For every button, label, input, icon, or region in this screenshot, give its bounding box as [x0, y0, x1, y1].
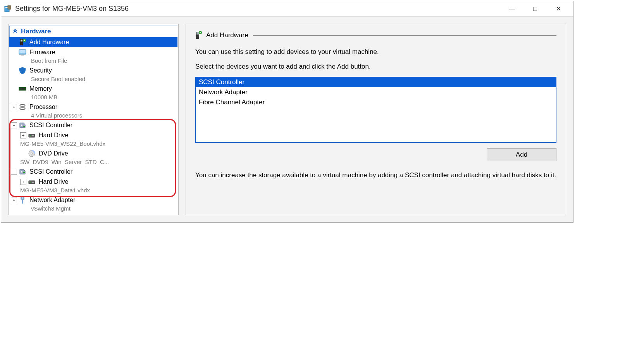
svg-rect-12	[22, 88, 23, 90]
expander-placeholder	[20, 150, 26, 157]
device-option-fibre-channel-adapter[interactable]: Fibre Channel Adapter	[196, 97, 556, 107]
expander-placeholder	[11, 39, 17, 45]
svg-rect-31	[22, 197, 23, 199]
svg-rect-32	[22, 199, 23, 204]
svg-rect-2	[8, 5, 11, 9]
tree-item-label: Memory	[29, 85, 52, 92]
tree-item-label: SCSI Controller	[29, 168, 72, 175]
tree-item-subtext: Boot from File	[9, 57, 177, 66]
expand-icon[interactable]: +	[20, 179, 26, 185]
svg-point-20	[30, 135, 31, 136]
expand-icon[interactable]: +	[11, 197, 17, 203]
svg-rect-28	[32, 182, 34, 183]
collapse-icon[interactable]: −	[11, 122, 17, 128]
note-text: You can increase the storage available t…	[195, 171, 556, 180]
device-option-scsi-controller[interactable]: SCSI Controller	[196, 77, 556, 87]
tree-item-memory[interactable]: Memory	[9, 84, 177, 94]
tree-item-dvd-drive[interactable]: DVD Drive	[9, 149, 177, 159]
tree-item-label: Firmware	[29, 49, 55, 56]
svg-point-23	[31, 153, 33, 154]
svg-point-24	[21, 171, 22, 173]
tree-item-label: Network Adapter	[29, 197, 75, 204]
tree-item-label: SCSI Controller	[29, 122, 72, 129]
tree-item-add-hardware[interactable]: Add Hardware	[9, 37, 177, 47]
svg-rect-10	[20, 88, 21, 90]
header-rule	[253, 35, 556, 36]
tree-item-label: Processor	[29, 104, 57, 111]
collapse-icon[interactable]: −	[11, 169, 17, 175]
maximize-button[interactable]: □	[523, 2, 547, 16]
tree-item-subtext: 4 Virtual processors	[9, 112, 177, 120]
panel-header: Add Hardware	[195, 31, 556, 40]
content-area: Hardware Add HardwareFirmwareBoot from F…	[1, 17, 573, 222]
svg-rect-18	[23, 126, 25, 127]
tree-item-subtext: SW_DVD9_Win_Server_STD_C...	[9, 159, 177, 167]
svg-point-17	[21, 124, 22, 126]
monitor-icon	[19, 48, 26, 56]
dvd-icon	[28, 150, 36, 157]
tree-item-subtext: Secure Boot enabled	[9, 76, 177, 84]
device-listbox[interactable]: SCSI ControllerNetwork AdapterFibre Chan…	[195, 77, 556, 143]
window-title: Settings for MG-ME5-VM3 on S1356	[15, 5, 500, 13]
tree-item-subtext: vSwitch3 Mgmt	[9, 205, 177, 213]
tree-item-subtext: MG-ME5-VM3_WS22_Boot.vhdx	[9, 140, 177, 149]
intro-text: You can use this setting to add devices …	[195, 47, 556, 57]
app-icon	[4, 5, 11, 12]
svg-rect-30	[22, 197, 22, 199]
tree-item-processor[interactable]: +Processor	[9, 102, 177, 112]
svg-rect-34	[196, 32, 199, 35]
hdd-icon	[28, 178, 36, 186]
add-hw-icon	[19, 38, 26, 46]
shield-icon	[19, 67, 26, 74]
add-hardware-panel: Add Hardware You can use this setting to…	[186, 24, 566, 215]
expand-icon[interactable]: +	[11, 104, 17, 110]
tree-item-scsi-controller[interactable]: −SCSI Controller	[9, 120, 177, 130]
instruction-text: Select the devices you want to add and c…	[195, 62, 556, 71]
settings-window: Settings for MG-ME5-VM3 on S1356 — □ ✕ H…	[1, 1, 573, 223]
svg-rect-14	[24, 88, 25, 90]
nic-icon	[19, 196, 26, 204]
tree-item-firmware[interactable]: Firmware	[9, 47, 177, 57]
svg-rect-7	[19, 50, 26, 54]
svg-rect-25	[23, 172, 25, 173]
tree-item-hard-drive[interactable]: +Hard Drive	[9, 177, 177, 187]
collapse-icon	[12, 29, 18, 34]
svg-rect-13	[23, 88, 24, 90]
device-option-network-adapter[interactable]: Network Adapter	[196, 87, 556, 97]
close-button[interactable]: ✕	[547, 2, 570, 16]
svg-point-27	[30, 182, 31, 183]
svg-rect-4	[21, 40, 22, 41]
add-button[interactable]: Add	[487, 148, 556, 161]
expander-placeholder	[11, 49, 17, 55]
tree-item-scsi-controller[interactable]: −SCSI Controller	[9, 167, 177, 177]
expand-icon[interactable]: +	[20, 132, 26, 138]
hardware-section-header[interactable]: Hardware	[9, 26, 177, 37]
svg-rect-16	[21, 106, 24, 108]
tree-item-label: Hard Drive	[39, 178, 68, 185]
svg-rect-11	[21, 88, 22, 90]
panel-title: Add Hardware	[206, 31, 248, 39]
cpu-icon	[19, 103, 26, 111]
tree-item-subtext: MG-ME5-VM3_Data1.vhdx	[9, 187, 177, 195]
tree-item-security[interactable]: Security	[9, 66, 177, 76]
tree-item-label: Add Hardware	[29, 39, 69, 46]
section-label: Hardware	[21, 28, 51, 35]
hardware-tree: Add HardwareFirmwareBoot from FileSecuri…	[9, 37, 177, 213]
scsi-icon	[19, 121, 26, 129]
button-row: Add	[195, 148, 556, 161]
scsi-icon	[19, 168, 26, 176]
tree-item-label: Security	[29, 67, 52, 74]
hdd-icon	[28, 131, 36, 139]
ram-icon	[19, 85, 26, 93]
svg-rect-21	[32, 135, 34, 136]
add-hardware-icon	[195, 31, 202, 40]
tree-item-label: Hard Drive	[39, 132, 68, 139]
svg-rect-8	[21, 55, 24, 55]
titlebar: Settings for MG-ME5-VM3 on S1356 — □ ✕	[1, 1, 573, 17]
tree-item-label: DVD Drive	[39, 150, 68, 157]
minimize-button[interactable]: —	[500, 2, 523, 16]
tree-item-hard-drive[interactable]: +Hard Drive	[9, 130, 177, 140]
expander-placeholder	[11, 86, 17, 92]
tree-item-network-adapter[interactable]: +Network Adapter	[9, 195, 177, 205]
window-controls: — □ ✕	[500, 2, 570, 16]
